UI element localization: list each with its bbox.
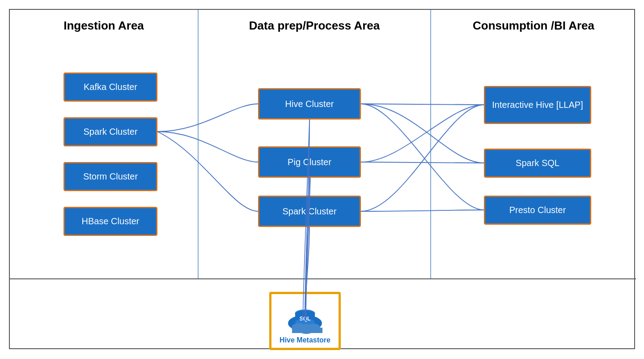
header-dataprep: Data prep/Process Area <box>199 19 430 33</box>
hive-metastore-box: SQL Hive Metastore <box>269 292 341 350</box>
hive-cluster-box: Hive Cluster <box>258 88 361 120</box>
sparksql-cluster-label: Spark SQL <box>516 158 559 168</box>
metastore-area: SQL Hive Metastore <box>10 285 636 350</box>
ihive-cluster-box: Interactive Hive [LLAP] <box>484 86 591 124</box>
presto-cluster-label: Presto Cluster <box>509 205 566 215</box>
sql-cloud-icon: SQL <box>285 301 325 334</box>
hbase-cluster-box: HBase Cluster <box>64 207 157 236</box>
header-consumption: Consumption /BI Area <box>431 19 636 33</box>
spark2-cluster-label: Spark Cluster <box>282 206 336 217</box>
row-divider <box>10 278 636 279</box>
hive-cluster-label: Hive Cluster <box>285 99 334 109</box>
column-divider-2 <box>430 10 431 278</box>
pig-cluster-box: Pig Cluster <box>258 146 361 178</box>
spark1-cluster-label: Spark Cluster <box>83 127 137 137</box>
storm-cluster-label: Storm Cluster <box>83 171 138 182</box>
svg-rect-8 <box>292 328 322 333</box>
metastore-label: Hive Metastore <box>280 336 330 344</box>
svg-text:SQL: SQL <box>300 316 311 322</box>
hbase-cluster-label: HBase Cluster <box>82 216 140 227</box>
spark1-cluster-box: Spark Cluster <box>64 117 157 146</box>
pig-cluster-label: Pig Cluster <box>288 157 331 167</box>
sparksql-cluster-box: Spark SQL <box>484 149 591 178</box>
presto-cluster-box: Presto Cluster <box>484 196 591 225</box>
ihive-cluster-label: Interactive Hive [LLAP] <box>492 100 583 110</box>
kafka-cluster-label: Kafka Cluster <box>84 82 137 92</box>
column-divider-1 <box>198 10 199 278</box>
storm-cluster-box: Storm Cluster <box>64 162 157 191</box>
header-ingestion: Ingestion Area <box>10 19 198 33</box>
diagram-container: Ingestion Area Data prep/Process Area Co… <box>9 9 635 349</box>
kafka-cluster-box: Kafka Cluster <box>64 73 157 102</box>
spark2-cluster-box: Spark Cluster <box>258 196 361 227</box>
